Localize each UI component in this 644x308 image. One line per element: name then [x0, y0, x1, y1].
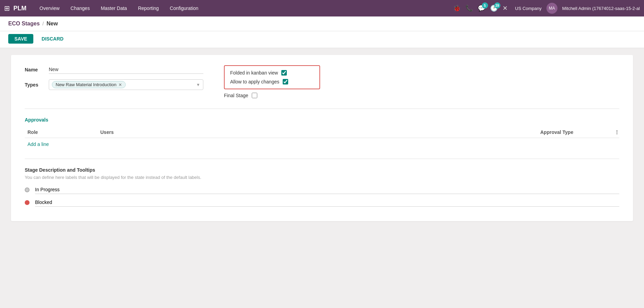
select-caret-icon: ▼: [196, 82, 200, 87]
types-tag-close[interactable]: ✕: [118, 82, 122, 87]
state-input-in-progress[interactable]: [35, 185, 619, 194]
brand-label: PLM: [13, 5, 26, 12]
stage-desc-title: Stage Description and Tooltips: [25, 167, 619, 173]
allow-label: Allow to apply changes: [230, 79, 279, 84]
breadcrumb: ECO Stages / New: [0, 16, 644, 31]
avatar[interactable]: MA: [546, 3, 557, 14]
final-stage-label: Final Stage: [224, 93, 248, 98]
form-grid: Name Types New Raw Material Introduction…: [25, 65, 619, 98]
chat-icon[interactable]: 💬 5: [478, 4, 485, 12]
checkboxes-panel: Folded in kanban view Allow to apply cha…: [224, 65, 320, 89]
nav-icons: 🐞 📞 💬 5 🕐 39 ✕ US Company MA Mitchell Ad…: [453, 3, 640, 14]
clock-icon[interactable]: 🕐 39: [490, 4, 498, 12]
name-input[interactable]: [49, 65, 203, 74]
col-header-dots: ⋮: [609, 129, 619, 135]
state-input-blocked[interactable]: [35, 198, 619, 207]
form-left: Name Types New Raw Material Introduction…: [25, 65, 203, 98]
state-row-in-progress: [25, 185, 619, 194]
name-label: Name: [25, 67, 49, 72]
form-card: Name Types New Raw Material Introduction…: [11, 55, 633, 221]
state-dot-red: [25, 200, 30, 205]
col-header-users: Users: [100, 129, 540, 135]
nav-reporting[interactable]: Reporting: [133, 3, 164, 13]
types-select[interactable]: New Raw Material Introduction ✕ ▼: [49, 79, 203, 90]
save-button[interactable]: SAVE: [8, 34, 33, 44]
allow-checkbox-row: Allow to apply changes: [230, 79, 314, 84]
add-line-button[interactable]: Add a line: [25, 138, 619, 150]
company-label: US Company: [515, 6, 542, 11]
approvals-table-header: Role Users Approval Type ⋮: [25, 127, 619, 138]
bug-icon[interactable]: 🐞: [453, 4, 461, 12]
clock-badge: 39: [494, 2, 500, 9]
allow-checkbox[interactable]: [283, 79, 288, 84]
nav-master-data[interactable]: Master Data: [96, 3, 132, 13]
types-field-row: Types New Raw Material Introduction ✕ ▼: [25, 79, 203, 90]
nav-configuration[interactable]: Configuration: [165, 3, 203, 13]
types-tag-label: New Raw Material Introduction: [56, 82, 116, 87]
types-label: Types: [25, 82, 49, 88]
folded-checkbox[interactable]: [281, 70, 287, 76]
action-bar: SAVE DISCARD: [0, 31, 644, 48]
user-label: Mitchell Admin (17674012-saas-15-2-al: [562, 6, 640, 11]
nav-changes[interactable]: Changes: [66, 3, 94, 13]
final-stage-row: Final Stage: [224, 93, 619, 98]
grid-icon[interactable]: ⊞: [4, 4, 10, 12]
col-header-role: Role: [25, 129, 100, 135]
folded-label: Folded in kanban view: [230, 70, 278, 76]
chat-badge: 5: [482, 2, 488, 9]
close-icon[interactable]: ✕: [502, 4, 508, 12]
state-dot-grey: [25, 187, 30, 192]
types-tag: New Raw Material Introduction ✕: [52, 81, 126, 88]
nav-overview[interactable]: Overview: [35, 3, 64, 13]
divider-1: [25, 109, 619, 109]
discard-button[interactable]: DISCARD: [37, 34, 68, 44]
breadcrumb-current: New: [46, 21, 58, 27]
breadcrumb-parent[interactable]: ECO Stages: [8, 21, 40, 27]
page-content: Name Types New Raw Material Introduction…: [0, 48, 644, 228]
stage-desc-hint: You can define here labels that will be …: [25, 175, 619, 180]
approvals-title: Approvals: [25, 117, 619, 123]
state-row-blocked: [25, 198, 619, 207]
folded-checkbox-row: Folded in kanban view: [230, 70, 314, 76]
col-header-approval: Approval Type: [540, 129, 609, 135]
breadcrumb-separator: /: [43, 21, 44, 26]
phone-icon[interactable]: 📞: [465, 4, 473, 12]
final-stage-checkbox[interactable]: [252, 93, 257, 98]
divider-2: [25, 159, 619, 159]
form-right: Folded in kanban view Allow to apply cha…: [224, 65, 619, 98]
name-field-row: Name: [25, 65, 203, 74]
topnav: ⊞ PLM Overview Changes Master Data Repor…: [0, 0, 644, 16]
